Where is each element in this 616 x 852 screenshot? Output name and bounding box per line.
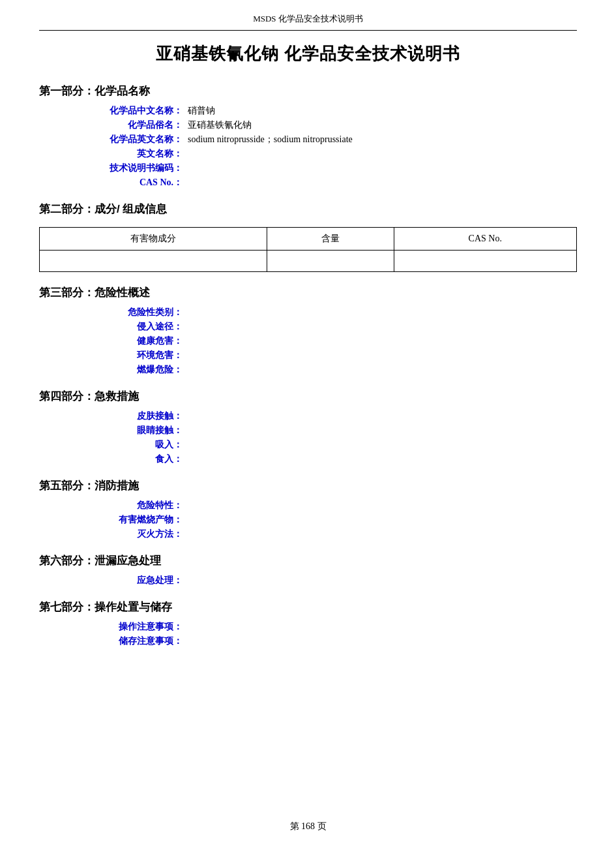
label-health-hazard: 健康危害： [78, 335, 183, 347]
value-danger-type [183, 307, 188, 318]
label-operation-note: 操作注意事项： [78, 621, 183, 633]
section5-title: 第五部分：消防措施 [39, 478, 577, 493]
table-header-component: 有害物成分 [40, 228, 267, 251]
table-cell-casno [394, 251, 576, 272]
field-row-env-hazard: 环境危害： [39, 350, 577, 361]
section1: 第一部分：化学品名称 化学品中文名称： 硝普钠 化学品俗名： 亚硝基铁氰化钠 化… [39, 84, 577, 189]
label-cas: CAS No.： [78, 177, 183, 189]
section3: 第三部分：危险性概述 危险性类别： 侵入途径： 健康危害： 环境危害： 燃爆危险… [39, 285, 577, 376]
value-english-name2 [183, 148, 188, 160]
label-danger-prop: 危险特性： [78, 500, 183, 511]
field-row-chinese-name: 化学品中文名称： 硝普钠 [39, 105, 577, 117]
section4: 第四部分：急救措施 皮肤接触： 眼睛接触： 吸入： 食入： [39, 389, 577, 465]
value-emergency [183, 575, 188, 586]
value-storage-note [183, 635, 188, 647]
label-doc-code: 技术说明书编码： [78, 162, 183, 174]
field-row-ingest: 食入： [39, 453, 577, 465]
field-row-english-name: 化学品英文名称： sodium nitroprusside；sodium nit… [39, 134, 577, 145]
field-row-combustion-product: 有害燃烧产物： [39, 514, 577, 526]
page-footer: 第 168 页 [0, 821, 616, 832]
table-header-content: 含量 [267, 228, 394, 251]
field-row-common-name: 化学品俗名： 亚硝基铁氰化钠 [39, 119, 577, 131]
label-common-name: 化学品俗名： [78, 119, 183, 131]
value-chinese-name: 硝普钠 [183, 105, 215, 117]
value-inhale [183, 439, 188, 451]
field-row-cas: CAS No.： [39, 177, 577, 189]
field-row-emergency: 应急处理： [39, 575, 577, 586]
field-row-eye: 眼睛接触： [39, 425, 577, 436]
table-cell-content [267, 251, 394, 272]
top-header-text: MSDS 化学品安全技术说明书 [253, 14, 363, 23]
page-container: MSDS 化学品安全技术说明书 亚硝基铁氰化钠 化学品安全技术说明书 第一部分：… [0, 0, 616, 852]
field-row-operation-note: 操作注意事项： [39, 621, 577, 633]
value-cas [183, 177, 188, 189]
value-health-hazard [183, 335, 188, 347]
section6-title: 第六部分：泄漏应急处理 [39, 553, 577, 568]
table-row [40, 251, 577, 272]
value-fire-hazard [183, 364, 188, 376]
label-ingest: 食入： [78, 453, 183, 465]
label-fire-hazard: 燃爆危险： [78, 364, 183, 376]
label-entry-route: 侵入途径： [78, 321, 183, 333]
table-section: 有害物成分 含量 CAS No. [39, 227, 577, 272]
label-english-name: 化学品英文名称： [78, 134, 183, 145]
top-header: MSDS 化学品安全技术说明书 [39, 13, 577, 31]
label-danger-type: 危险性类别： [78, 307, 183, 318]
label-storage-note: 储存注意事项： [78, 635, 183, 647]
page-number: 第 168 页 [290, 821, 327, 831]
section1-title: 第一部分：化学品名称 [39, 84, 577, 99]
value-ingest [183, 453, 188, 465]
label-fire-method: 灭火方法： [78, 528, 183, 540]
label-inhale: 吸入： [78, 439, 183, 451]
section6: 第六部分：泄漏应急处理 应急处理： [39, 553, 577, 586]
field-row-health-hazard: 健康危害： [39, 335, 577, 347]
field-row-fire-method: 灭火方法： [39, 528, 577, 540]
field-row-danger-type: 危险性类别： [39, 307, 577, 318]
section4-title: 第四部分：急救措施 [39, 389, 577, 404]
value-fire-method [183, 528, 188, 540]
main-title: 亚硝基铁氰化钠 化学品安全技术说明书 [39, 42, 577, 65]
value-operation-note [183, 621, 188, 633]
field-row-doc-code: 技术说明书编码： [39, 162, 577, 174]
value-eye [183, 425, 188, 436]
section5: 第五部分：消防措施 危险特性： 有害燃烧产物： 灭火方法： [39, 478, 577, 540]
table-header-casno: CAS No. [394, 228, 576, 251]
hazardous-table: 有害物成分 含量 CAS No. [39, 227, 577, 272]
value-danger-prop [183, 500, 188, 511]
field-row-storage-note: 储存注意事项： [39, 635, 577, 647]
value-doc-code [183, 162, 188, 174]
label-combustion-product: 有害燃烧产物： [78, 514, 183, 526]
value-english-name: sodium nitroprusside；sodium nitroprussia… [183, 134, 353, 145]
section7-title: 第七部分：操作处置与储存 [39, 600, 577, 615]
field-row-entry-route: 侵入途径： [39, 321, 577, 333]
section3-title: 第三部分：危险性概述 [39, 285, 577, 300]
field-row-skin: 皮肤接触： [39, 410, 577, 422]
table-cell-component [40, 251, 267, 272]
field-row-fire-hazard: 燃爆危险： [39, 364, 577, 376]
section7: 第七部分：操作处置与储存 操作注意事项： 储存注意事项： [39, 600, 577, 647]
label-skin: 皮肤接触： [78, 410, 183, 422]
value-entry-route [183, 321, 188, 333]
value-common-name: 亚硝基铁氰化钠 [183, 119, 252, 131]
label-chinese-name: 化学品中文名称： [78, 105, 183, 117]
field-row-english-name2: 英文名称： [39, 148, 577, 160]
label-emergency: 应急处理： [78, 575, 183, 586]
label-english-name2: 英文名称： [78, 148, 183, 160]
value-env-hazard [183, 350, 188, 361]
value-combustion-product [183, 514, 188, 526]
field-row-inhale: 吸入： [39, 439, 577, 451]
label-env-hazard: 环境危害： [78, 350, 183, 361]
field-row-danger-prop: 危险特性： [39, 500, 577, 511]
label-eye: 眼睛接触： [78, 425, 183, 436]
value-skin [183, 410, 188, 422]
section2: 第二部分：成分/ 组成信息 有害物成分 含量 CAS No. [39, 202, 577, 272]
section2-title: 第二部分：成分/ 组成信息 [39, 202, 577, 217]
